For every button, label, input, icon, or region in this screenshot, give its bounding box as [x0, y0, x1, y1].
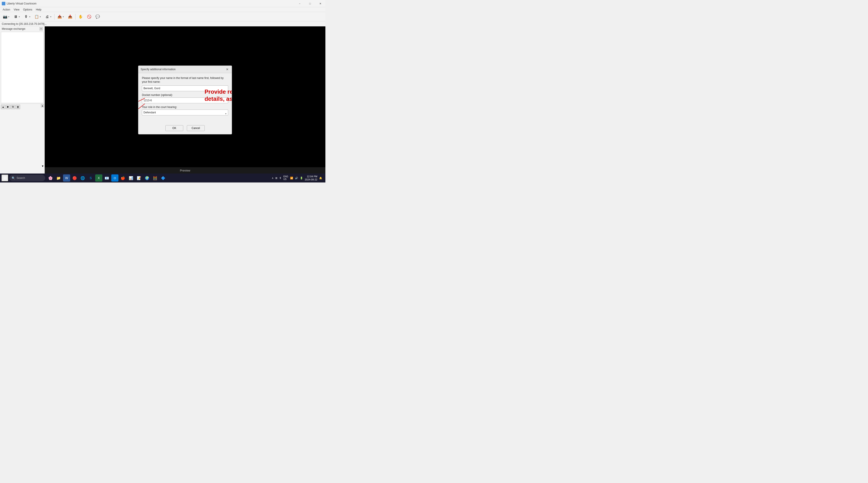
tray-mic-icon: 🎙 — [279, 177, 282, 179]
clock: 12:04 PM 2024-08-22 — [305, 175, 317, 181]
nav-copy-button[interactable]: ⧉ — [11, 104, 15, 109]
mic-icon: 🎙 — [24, 14, 29, 19]
dialog-buttons: OK Cancel — [138, 123, 232, 134]
taskbar-folder-icon[interactable]: 📁 — [55, 174, 62, 182]
taskbar-outlook-icon[interactable]: O — [111, 174, 119, 182]
start-button[interactable]: ⊞ — [1, 174, 8, 182]
screen-dropdown-icon: ▾ — [19, 16, 20, 18]
nav-up-button[interactable]: ▲ — [1, 104, 5, 109]
tray-lang: ENGUS — [283, 175, 288, 181]
toolbar-clipboard-button[interactable]: 📋 ▾ — [33, 13, 42, 20]
maximize-button[interactable]: □ — [305, 0, 315, 7]
taskbar: ⊞ 🔍 Search 🌸 📁 W 🔴 🌐 S X 📧 O 🍎 📊 📝 🌍 🧮 🔷… — [0, 174, 326, 182]
minimize-button[interactable]: − — [294, 0, 305, 7]
taskbar-skype-icon[interactable]: S — [87, 174, 94, 182]
toolbar-download-button[interactable]: 📥 — [66, 13, 74, 20]
role-select[interactable]: Defendant Plaintiff Counsel Judge Witnes… — [142, 110, 228, 115]
cancel-button[interactable]: Cancel — [187, 125, 205, 131]
upload-dropdown-icon: ▾ — [63, 16, 64, 18]
search-icon: 🔍 — [11, 176, 15, 180]
toolbar-print-button[interactable]: 🖨 ▾ — [43, 13, 53, 20]
tray-notification-icon[interactable]: 🔔 — [319, 177, 322, 180]
menu-bar: Action View Options Help — [0, 7, 326, 12]
nav-delete-button[interactable]: 🗑 — [16, 104, 20, 109]
menu-help[interactable]: Help — [34, 8, 43, 11]
toolbar-mic-button[interactable]: 🎙 ▾ — [22, 13, 32, 20]
tray-volume-icon: 🔊 — [295, 177, 298, 180]
screen-icon: 🖥 — [13, 14, 18, 19]
left-panel: Message exchange: ✕ ▲ ▲ ▶ ⧉ 🗑 ▼ — [0, 26, 45, 174]
clock-time: 12:04 PM — [305, 175, 317, 178]
name-input[interactable] — [142, 85, 228, 91]
taskbar-icons: 🌸 📁 W 🔴 🌐 S X 📧 O 🍎 📊 📝 🌍 🧮 🔷 — [47, 174, 167, 182]
panel-header: Message exchange: ✕ — [0, 26, 44, 31]
taskbar-mail-icon[interactable]: 📧 — [103, 174, 111, 182]
bottom-area: ▲ ▲ ▶ ⧉ 🗑 ▼ — [0, 103, 44, 174]
taskbar-search[interactable]: 🔍 Search — [9, 175, 45, 181]
chat-icon: 💬 — [95, 14, 100, 19]
main-content: Message exchange: ✕ ▲ ▲ ▶ ⧉ 🗑 ▼ Specify … — [0, 26, 326, 174]
mic-dropdown-icon: ▾ — [29, 16, 31, 18]
toolbar-upload-button[interactable]: 📤 ▾ — [56, 13, 65, 20]
taskbar-word-icon[interactable]: W — [63, 174, 70, 182]
toolbar-separator-1 — [54, 14, 55, 20]
clipboard-dropdown-icon: ▾ — [39, 16, 41, 18]
taskbar-chart-icon[interactable]: 📊 — [127, 174, 134, 182]
dialog-overlay: Specify additional information ✕ Please … — [45, 26, 326, 174]
scroll-up-button[interactable]: ▲ — [41, 104, 44, 107]
nav-right-button[interactable]: ▶ — [6, 104, 10, 109]
taskbar-calc-icon[interactable]: 🧮 — [152, 174, 159, 182]
taskbar-flower-icon[interactable]: 🌸 — [47, 174, 54, 182]
title-bar: Liberty Virtual Courtroom − □ ✕ — [0, 0, 326, 7]
dialog-close-button[interactable]: ✕ — [225, 67, 229, 71]
menu-view[interactable]: View — [12, 8, 21, 11]
panel-scroll-button[interactable]: ✕ — [39, 27, 43, 30]
toolbar-hand-button[interactable]: ✋ — [77, 13, 85, 20]
upload-icon: 📤 — [57, 14, 62, 19]
camera-icon: 📷 — [3, 14, 8, 19]
clock-date: 2024-08-22 — [305, 178, 317, 181]
message-area[interactable] — [1, 32, 43, 103]
dialog-body: Please specify your name in the format o… — [138, 73, 232, 123]
message-exchange-label: Message exchange: — [2, 27, 26, 30]
menu-options[interactable]: Options — [21, 8, 34, 11]
status-bar: Connecting to [35.183.218.75:3479]... — [0, 22, 326, 26]
app-title: Liberty Virtual Courtroom — [7, 2, 323, 5]
taskbar-lastapp-icon[interactable]: 🔷 — [160, 174, 167, 182]
preview-label: Preview — [180, 169, 190, 172]
taskbar-chrome-icon[interactable]: 🔴 — [71, 174, 78, 182]
close-button[interactable]: ✕ — [315, 0, 326, 7]
docket-input[interactable] — [142, 97, 228, 103]
panel-controls: ▲ ▶ ⧉ 🗑 — [0, 104, 44, 110]
print-dropdown-icon: ▾ — [50, 16, 52, 18]
toolbar: 📷 ▾ 🖥 ▾ 🎙 ▾ 📋 ▾ 🖨 ▾ 📤 ▾ 📥 ✋ 🚫 💬 — [0, 12, 326, 22]
taskbar-edge-icon[interactable]: 🌐 — [79, 174, 86, 182]
taskbar-notes-icon[interactable]: 📝 — [135, 174, 143, 182]
toolbar-screen-button[interactable]: 🖥 ▾ — [12, 13, 22, 20]
stop-icon: 🚫 — [87, 14, 92, 19]
clipboard-icon: 📋 — [34, 14, 39, 19]
taskbar-app9-icon[interactable]: 🍎 — [119, 174, 126, 182]
taskbar-globe-icon[interactable]: 🌍 — [144, 174, 151, 182]
toolbar-stop-button[interactable]: 🚫 — [85, 13, 93, 20]
tray-chevron-icon[interactable]: ∧ — [272, 177, 274, 180]
hand-icon: ✋ — [78, 14, 83, 19]
ok-button[interactable]: OK — [165, 125, 183, 131]
docket-label: Docket number (optional): — [142, 93, 228, 97]
print-icon: 🖨 — [45, 14, 50, 19]
toolbar-camera-button[interactable]: 📷 ▾ — [1, 13, 11, 20]
dialog-instruction: Please specify your name in the format o… — [142, 76, 228, 84]
dialog: Specify additional information ✕ Please … — [138, 65, 232, 134]
search-placeholder: Search — [17, 176, 25, 180]
window-controls: − □ ✕ — [294, 0, 326, 7]
tray-wifi-icon: 📶 — [290, 177, 293, 180]
toolbar-chat-button[interactable]: 💬 — [94, 13, 101, 20]
camera-dropdown-icon: ▾ — [8, 16, 10, 18]
center-content: Specify additional information ✕ Please … — [45, 26, 326, 174]
taskbar-excel-icon[interactable]: X — [95, 174, 102, 182]
preview-bar: Preview — [45, 167, 326, 174]
scroll-down-button[interactable]: ▼ — [41, 164, 44, 168]
menu-action[interactable]: Action — [1, 8, 12, 11]
download-icon: 📥 — [68, 14, 73, 19]
tray-network-icon: ⊞ — [275, 177, 277, 180]
